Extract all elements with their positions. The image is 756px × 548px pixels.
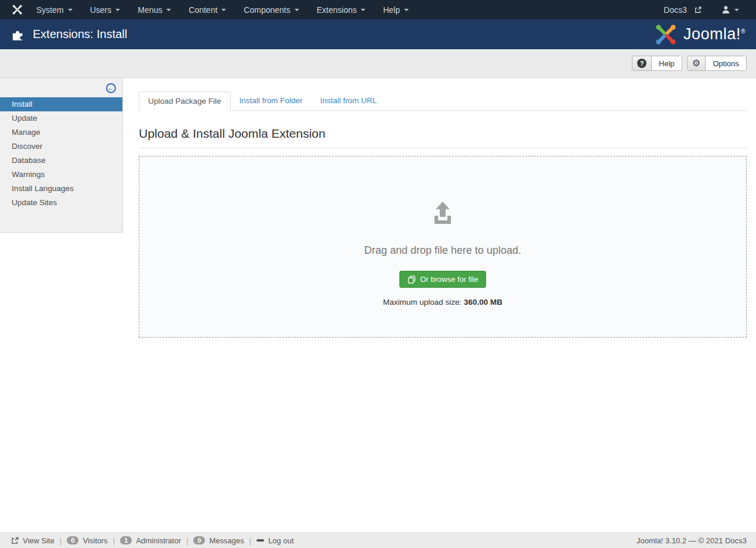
chevron-down-icon — [115, 9, 120, 11]
logout-link[interactable]: Log out — [251, 536, 299, 545]
tab-upload-package-file[interactable]: Upload Package File — [139, 91, 231, 111]
visitors-count-badge: 0 — [67, 536, 78, 544]
visitors-status[interactable]: 0 Visitors — [61, 536, 113, 545]
messages-status[interactable]: 0 Messages — [188, 536, 249, 545]
sidebar-item-update-sites[interactable]: Update Sites — [0, 196, 122, 210]
section-heading: Upload & Install Joomla Extension — [139, 127, 747, 148]
chevron-down-icon — [68, 9, 73, 11]
upload-icon — [429, 200, 457, 227]
main-content: Upload Package File Install from Folder … — [139, 91, 747, 338]
logout-label: Log out — [268, 536, 293, 545]
browse-button-label: Or browse for file — [420, 275, 478, 284]
administrator-label: Administrator — [136, 536, 181, 545]
administrator-status[interactable]: 1 Administrator — [115, 536, 186, 545]
visitors-label: Visitors — [83, 536, 107, 545]
drag-drop-text: Drag and drop file here to upload. — [364, 244, 521, 257]
status-bar: View Site 0 Visitors 1 Administrator 0 M… — [0, 532, 756, 548]
chevron-down-icon — [361, 9, 365, 11]
browse-for-file-button[interactable]: Or browse for file — [399, 271, 487, 288]
puzzle-piece-icon — [11, 28, 25, 42]
joomla-logo-icon — [654, 23, 678, 46]
messages-count-badge: 0 — [193, 536, 205, 544]
install-tabs: Upload Package File Install from Folder … — [139, 91, 747, 111]
options-button-label: Options — [706, 56, 746, 70]
menu-components[interactable]: Components — [235, 0, 307, 19]
chevron-down-icon — [404, 9, 409, 11]
sidebar-item-install[interactable]: Install — [0, 97, 122, 111]
sidebar-item-manage[interactable]: Manage — [0, 125, 122, 139]
joomla-mark-icon — [8, 4, 28, 15]
admin-menubar: System Users Menus Content Components Ex… — [0, 0, 756, 19]
tab-install-from-folder[interactable]: Install from Folder — [231, 91, 312, 111]
menu-menus-label: Menus — [138, 5, 162, 15]
tab-install-from-url[interactable]: Install from URL — [312, 91, 386, 111]
chevron-down-icon — [221, 9, 226, 11]
sidebar-item-update[interactable]: Update — [0, 111, 122, 125]
messages-label: Messages — [209, 536, 244, 545]
file-copy-icon — [408, 275, 416, 284]
page-header: Extensions: Install Joomla!® — [0, 19, 756, 49]
collapse-sidebar-icon[interactable] — [106, 83, 116, 93]
help-button-label: Help — [652, 56, 682, 70]
menu-system[interactable]: System — [28, 0, 81, 19]
view-site-label: View Site — [23, 536, 54, 545]
menu-extensions[interactable]: Extensions — [308, 0, 374, 19]
gear-icon — [687, 56, 706, 70]
page-title: Extensions: Install — [33, 28, 127, 41]
sidebar-item-install-languages[interactable]: Install Languages — [0, 182, 122, 196]
menu-users-label: Users — [90, 5, 112, 15]
joomla-logo-text: Joomla!® — [683, 25, 745, 43]
menu-menus[interactable]: Menus — [129, 0, 180, 19]
sidebar-item-database[interactable]: Database — [0, 154, 122, 168]
version-credit: Joomla! 3.10.2 — © 2021 Docs3 — [637, 536, 750, 545]
options-button[interactable]: Options — [687, 56, 747, 71]
help-icon — [632, 56, 652, 70]
administrator-count-badge: 1 — [120, 536, 132, 544]
site-name-label: Docs3 — [663, 5, 687, 15]
menu-content-label: Content — [189, 5, 217, 15]
menu-users[interactable]: Users — [81, 0, 129, 19]
max-upload-size-value: 360.00 MB — [464, 298, 502, 307]
menu-extensions-label: Extensions — [317, 5, 357, 15]
file-dropzone[interactable]: Drag and drop file here to upload. Or br… — [139, 156, 747, 338]
chevron-down-icon — [295, 9, 299, 11]
menu-help-label: Help — [383, 5, 400, 15]
chevron-down-icon — [166, 9, 171, 11]
sidebar-item-discover[interactable]: Discover — [0, 139, 122, 154]
max-upload-size: Maximum upload size: 360.00 MB — [383, 298, 502, 307]
external-link-icon — [11, 537, 19, 544]
sidebar: Install Update Manage Discover Database … — [0, 78, 123, 233]
external-link-icon — [695, 6, 702, 13]
toolbar: Help Options — [0, 49, 756, 78]
user-icon — [721, 5, 730, 14]
menu-components-label: Components — [244, 5, 290, 15]
help-button[interactable]: Help — [632, 56, 682, 71]
view-site-link[interactable]: View Site — [6, 536, 60, 545]
menu-help[interactable]: Help — [374, 0, 418, 19]
site-preview-link[interactable]: Docs3 — [655, 0, 710, 19]
joomla-logo: Joomla!® — [654, 23, 745, 46]
menu-content[interactable]: Content — [180, 0, 235, 19]
menu-system-label: System — [36, 5, 64, 15]
sidebar-item-warnings[interactable]: Warnings — [0, 168, 122, 182]
user-menu[interactable] — [713, 0, 748, 19]
logout-icon — [256, 539, 264, 542]
chevron-down-icon — [734, 9, 739, 11]
